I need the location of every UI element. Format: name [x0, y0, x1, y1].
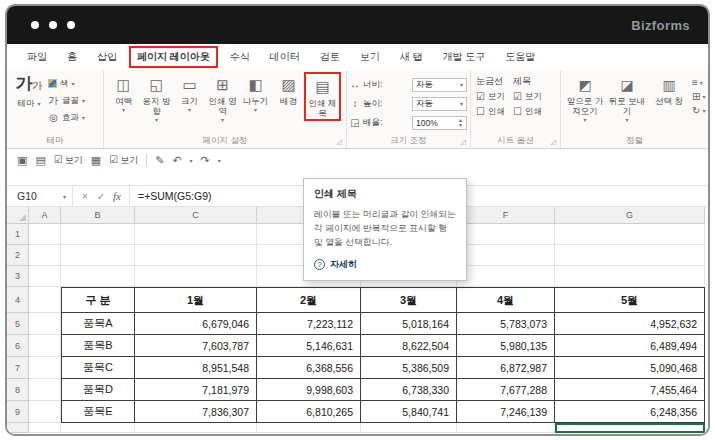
- cell-B7[interactable]: 품목C: [61, 357, 135, 379]
- cell-A9[interactable]: [29, 401, 61, 423]
- tab-data[interactable]: 데이터: [262, 47, 308, 67]
- cell-G10-selected[interactable]: [555, 423, 705, 433]
- tab-page-layout[interactable]: 페이지 레이아웃: [129, 46, 218, 68]
- row-header-3[interactable]: 3: [7, 266, 29, 287]
- tell-me-more-link[interactable]: ? 자세히: [314, 258, 456, 271]
- select-all-button[interactable]: [7, 207, 29, 224]
- cell-A10[interactable]: [29, 423, 61, 433]
- cell-E9[interactable]: 5,840,741: [361, 401, 457, 423]
- themes-button[interactable]: 가가 테마▾: [10, 72, 48, 110]
- cell-A7[interactable]: [29, 357, 61, 379]
- cell-B3[interactable]: [61, 266, 135, 287]
- cell-C4[interactable]: 1월: [135, 287, 257, 313]
- redo-icon[interactable]: ↷: [201, 154, 210, 167]
- cell-C7[interactable]: 8,951,548: [135, 357, 257, 379]
- print-preview-icon[interactable]: ▤: [35, 154, 45, 167]
- cell-C9[interactable]: 7,836,307: [135, 401, 257, 423]
- row-header-2[interactable]: 2: [7, 245, 29, 266]
- selection-pane-button[interactable]: ▥ 선택 창: [648, 72, 690, 107]
- save-icon[interactable]: ▣: [17, 154, 27, 167]
- theme-effects-button[interactable]: ◎ 효과 ▾: [48, 110, 85, 125]
- cell-E7[interactable]: 5,386,509: [361, 357, 457, 379]
- zoom-stepper[interactable]: 100%▲▼: [412, 116, 467, 130]
- grid-icon[interactable]: ▦: [91, 154, 101, 167]
- draw-icon[interactable]: ✎: [155, 154, 164, 167]
- row-header-1[interactable]: 1: [7, 224, 29, 245]
- orientation-button[interactable]: ◱ 용지 방향 ▾: [140, 72, 173, 123]
- cell-F5[interactable]: 5,783,073: [457, 313, 555, 335]
- print-titles-button[interactable]: ▤ 인쇄 제목: [306, 74, 339, 119]
- size-button[interactable]: ▭ 크기 ▾: [173, 72, 206, 114]
- cell-D10[interactable]: [257, 423, 361, 433]
- cell-C2[interactable]: [135, 245, 257, 266]
- cell-B2[interactable]: [61, 245, 135, 266]
- row-header-9[interactable]: 9: [7, 401, 29, 423]
- cell-G4[interactable]: 5월: [555, 287, 705, 313]
- print-area-button[interactable]: ⊞ 인쇄 영역 ▾: [206, 72, 239, 123]
- cell-F10[interactable]: [457, 423, 555, 433]
- window-control-dot-3[interactable]: [67, 21, 75, 29]
- scale-dialog-launcher[interactable]: ◿: [461, 138, 466, 145]
- cell-D9[interactable]: 6,810,265: [257, 401, 361, 423]
- theme-fonts-button[interactable]: 가 글꼴 ▾: [48, 93, 85, 108]
- headings-view-checkbox[interactable]: ☑보기: [513, 91, 542, 103]
- cell-E6[interactable]: 8,622,504: [361, 335, 457, 357]
- row-header-8[interactable]: 8: [7, 379, 29, 401]
- cell-E8[interactable]: 6,738,330: [361, 379, 457, 401]
- cell-A3[interactable]: [29, 266, 61, 287]
- column-header-A[interactable]: A: [29, 207, 61, 224]
- cell-C5[interactable]: 6,679,046: [135, 313, 257, 335]
- cell-F7[interactable]: 6,872,987: [457, 357, 555, 379]
- row-header-5[interactable]: 5: [7, 313, 29, 335]
- cell-B10[interactable]: [61, 423, 135, 433]
- column-header-F[interactable]: F: [457, 207, 555, 224]
- cell-A4[interactable]: [29, 287, 61, 313]
- cell-B4[interactable]: 구 분: [61, 287, 135, 313]
- cell-B6[interactable]: 품목B: [61, 335, 135, 357]
- cell-F6[interactable]: 5,980,135: [457, 335, 555, 357]
- cell-B8[interactable]: 품목D: [61, 379, 135, 401]
- view-toggle-1[interactable]: ☑보기: [54, 154, 83, 167]
- cell-G2[interactable]: [555, 245, 705, 266]
- group-objects-button[interactable]: ⊞▾: [692, 91, 705, 102]
- sheet-options-dialog-launcher[interactable]: ◿: [551, 138, 556, 145]
- view-toggle-2[interactable]: ☑보기: [109, 154, 138, 167]
- cell-C6[interactable]: 7,603,787: [135, 335, 257, 357]
- cell-G8[interactable]: 7,455,464: [555, 379, 705, 401]
- cell-A1[interactable]: [29, 224, 61, 245]
- tab-view[interactable]: 보기: [352, 47, 388, 67]
- cell-F8[interactable]: 7,677,288: [457, 379, 555, 401]
- window-control-dot-2[interactable]: [49, 21, 57, 29]
- cell-F4[interactable]: 4월: [457, 287, 555, 313]
- formula-input[interactable]: =+SUM(G5:G9): [130, 190, 212, 202]
- gridlines-view-checkbox[interactable]: ☑보기: [476, 91, 505, 103]
- window-control-dot-1[interactable]: [31, 21, 39, 29]
- cell-D4[interactable]: 2월: [257, 287, 361, 313]
- tab-new-tab[interactable]: 새 탭: [392, 47, 431, 67]
- margins-button[interactable]: ◫ 여백 ▾: [107, 72, 140, 114]
- cell-G9[interactable]: 6,248,356: [555, 401, 705, 423]
- tab-file[interactable]: 파일: [19, 47, 55, 67]
- cell-G6[interactable]: 6,489,494: [555, 335, 705, 357]
- cell-C3[interactable]: [135, 266, 257, 287]
- tab-insert[interactable]: 삽입: [89, 47, 125, 67]
- cell-E4[interactable]: 3월: [361, 287, 457, 313]
- column-header-C[interactable]: C: [135, 207, 257, 224]
- cell-C8[interactable]: 7,181,979: [135, 379, 257, 401]
- column-header-G[interactable]: G: [555, 207, 705, 224]
- rotate-button[interactable]: ↻▾: [692, 105, 705, 116]
- width-select[interactable]: 자동▾: [412, 78, 467, 92]
- cell-A6[interactable]: [29, 335, 61, 357]
- cell-A2[interactable]: [29, 245, 61, 266]
- undo-icon[interactable]: ↶: [172, 154, 181, 167]
- headings-print-checkbox[interactable]: ☐인쇄: [513, 106, 542, 118]
- cell-E5[interactable]: 5,018,164: [361, 313, 457, 335]
- send-backward-button[interactable]: ◪ 뒤로 보내기 ▾: [606, 72, 648, 123]
- row-header-6[interactable]: 6: [7, 335, 29, 357]
- cell-F3[interactable]: [457, 266, 555, 287]
- bring-forward-button[interactable]: ◩ 앞으로 가져오기 ▾: [564, 72, 606, 123]
- cell-C10[interactable]: [135, 423, 257, 433]
- cell-B1[interactable]: [61, 224, 135, 245]
- gridlines-print-checkbox[interactable]: ☐인쇄: [476, 106, 505, 118]
- cell-G7[interactable]: 5,090,468: [555, 357, 705, 379]
